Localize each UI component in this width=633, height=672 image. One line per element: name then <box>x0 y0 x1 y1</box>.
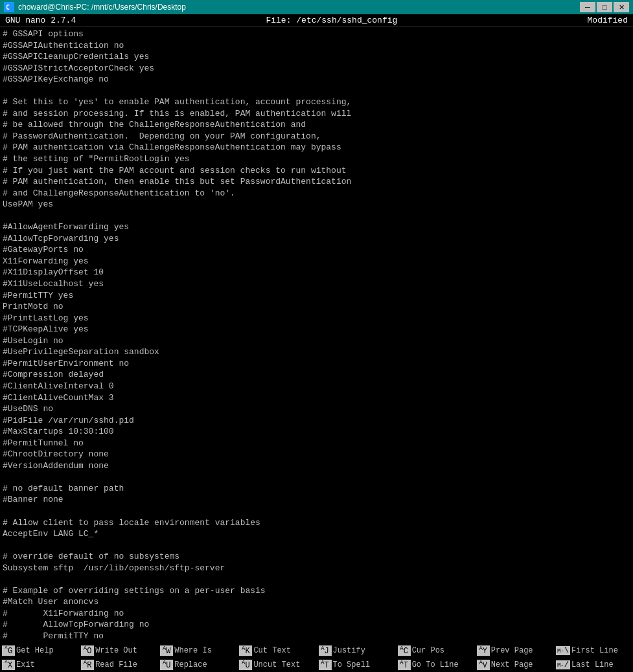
shortcut-key-r2-0: ^X <box>2 660 15 670</box>
shortcut-label-r2-5: Go To Line <box>412 660 459 669</box>
shortcut-key-r1-4: AJ <box>319 645 332 656</box>
shortcut-key-r2-3: AU <box>239 660 252 670</box>
shortcut-r1-2[interactable]: AW Where Is <box>158 644 237 658</box>
shortcut-label-r1-2: Where Is <box>174 646 212 655</box>
shortcut-label-r2-3: Uncut Text <box>253 660 300 669</box>
maximize-button[interactable]: □ <box>597 2 612 12</box>
shortcut-label-r1-0: Get Help <box>16 646 54 655</box>
shortcut-r1-3[interactable]: AK Cut Text <box>237 644 316 658</box>
shortcut-key-r2-6: AV <box>477 660 490 670</box>
titlebar-left: C choward@Chris-PC: /mnt/c/Users/Chris/D… <box>4 2 186 12</box>
shortcut-r1-6[interactable]: AY Prev Page <box>475 644 554 658</box>
terminal-icon: C <box>4 2 14 12</box>
shortcut-label-r2-1: Read File <box>95 660 137 669</box>
titlebar: C choward@Chris-PC: /mnt/c/Users/Chris/D… <box>0 0 633 14</box>
svg-text:C: C <box>6 4 10 11</box>
shortcut-label-r2-0: Exit <box>16 660 35 669</box>
shortcut-r2-5[interactable]: AT Go To Line <box>396 658 475 672</box>
shortcut-label-r2-7: Last Line <box>571 660 614 669</box>
titlebar-controls: ─ □ ✕ <box>580 2 629 12</box>
shortcut-key-r2-2: AU <box>160 660 173 670</box>
nano-header: GNU nano 2.7.4 File: /etc/ssh/sshd_confi… <box>0 14 633 27</box>
shortcut-label-r1-5: Cur Pos <box>412 646 444 655</box>
shortcut-label-r1-7: First Line <box>571 646 618 655</box>
shortcut-r2-1[interactable]: AR Read File <box>79 658 158 672</box>
shortcut-key-r1-0: ^G <box>2 645 15 656</box>
shortcut-r2-7[interactable]: M-/ Last Line <box>554 658 633 672</box>
shortcut-label-r2-6: Next Page <box>491 660 533 669</box>
shortcut-r2-4[interactable]: AT To Spell <box>317 658 396 672</box>
shortcut-label-r1-6: Prev Page <box>491 646 533 655</box>
shortcut-key-r1-1: AO <box>81 645 94 656</box>
minimize-button[interactable]: ─ <box>580 2 595 12</box>
close-button[interactable]: ✕ <box>614 2 629 12</box>
shortcut-r1-0[interactable]: ^G Get Help <box>0 644 79 658</box>
shortcut-label-r2-2: Replace <box>174 660 207 669</box>
editor-content[interactable]: # GSSAPI options #GSSAPIAuthentication n… <box>0 27 633 644</box>
shortcut-r1-1[interactable]: AO Write Out <box>79 644 158 658</box>
shortcut-r1-7[interactable]: M-\ First Line <box>554 644 633 658</box>
shortcuts-bar: ^G Get HelpAO Write OutAW Where IsAK Cut… <box>0 644 633 672</box>
nano-version: GNU nano 2.7.4 <box>5 16 76 25</box>
window-title: choward@Chris-PC: /mnt/c/Users/Chris/Des… <box>18 3 186 12</box>
file-path: File: /etc/ssh/sshd_config <box>266 16 397 25</box>
shortcut-label-r2-4: To Spell <box>333 660 371 669</box>
shortcut-key-r1-5: AC <box>398 645 411 656</box>
shortcut-label-r1-4: Justify <box>333 646 365 655</box>
shortcut-key-r2-1: AR <box>81 660 94 670</box>
modified-status: Modified <box>588 16 628 25</box>
shortcut-label-r1-1: Write Out <box>95 646 137 655</box>
shortcut-label-r1-3: Cut Text <box>253 646 291 655</box>
shortcut-key-r1-2: AW <box>160 645 173 656</box>
shortcut-key-r2-5: AT <box>398 660 411 670</box>
shortcut-r2-0[interactable]: ^X Exit <box>0 658 79 672</box>
shortcut-r2-3[interactable]: AU Uncut Text <box>237 658 316 672</box>
shortcut-key-r2-7: M-/ <box>556 660 570 669</box>
shortcut-r2-2[interactable]: AU Replace <box>158 658 237 672</box>
shortcut-key-r1-3: AK <box>239 645 252 656</box>
shortcut-key-r1-6: AY <box>477 645 490 656</box>
shortcut-r1-4[interactable]: AJ Justify <box>317 644 396 658</box>
shortcut-r2-6[interactable]: AV Next Page <box>475 658 554 672</box>
shortcut-r1-5[interactable]: AC Cur Pos <box>396 644 475 658</box>
shortcut-key-r1-7: M-\ <box>556 646 570 655</box>
shortcut-key-r2-4: AT <box>319 660 332 670</box>
